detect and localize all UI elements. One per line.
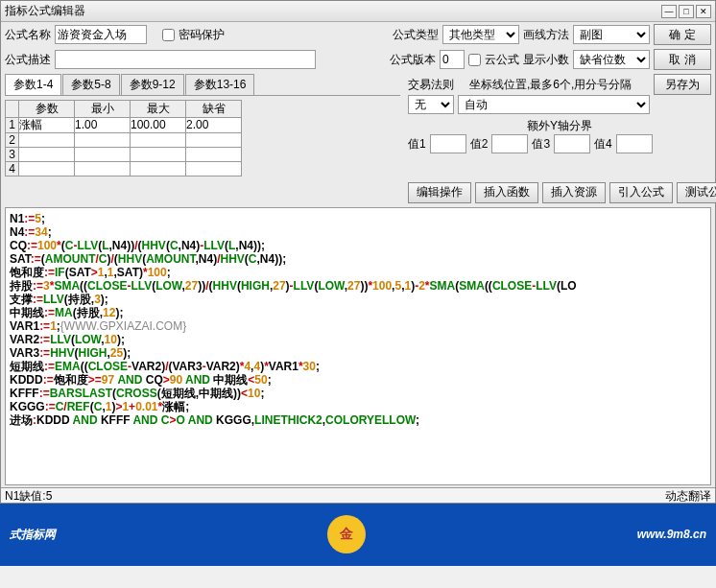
code-editor[interactable]: N1:=5;N4:=34;CQ:=100*(C-LLV(L,N4))/(HHV(… [5, 207, 711, 485]
param-header-name: 参数 [19, 101, 75, 118]
formula-name-input[interactable] [55, 25, 147, 44]
formula-version-label: 公式版本 [390, 52, 436, 68]
maximize-button[interactable]: □ [679, 5, 694, 18]
param-max-input[interactable] [131, 133, 184, 147]
show-decimals-select[interactable]: 缺省位数 [573, 50, 650, 69]
param-tabs: 参数1-4 参数5-8 参数9-12 参数13-16 [5, 74, 400, 96]
saveas-button[interactable]: 另存为 [654, 74, 711, 95]
status-left: N1缺值:5 [5, 488, 52, 503]
formula-desc-input[interactable] [55, 50, 316, 69]
insert-fn-button[interactable]: 插入函数 [475, 182, 538, 203]
param-header-min: 最小 [75, 101, 131, 118]
formula-name-label: 公式名称 [5, 27, 51, 43]
param-name-input[interactable] [19, 162, 73, 176]
param-min-input[interactable] [75, 118, 129, 131]
param-header-max: 最大 [131, 101, 186, 118]
banner-logo-icon: 金 [327, 515, 366, 553]
minimize-button[interactable]: — [661, 5, 677, 18]
param-name-input[interactable] [19, 119, 73, 132]
param-row: 2 [6, 132, 242, 147]
status-right: 动态翻译 [665, 488, 711, 503]
banner-left: 式指标网 [10, 527, 56, 543]
val3-input[interactable] [554, 134, 590, 153]
tab-params-13-16[interactable]: 参数13-16 [185, 74, 255, 95]
cloud-formula-checkbox[interactable] [468, 54, 481, 66]
tab-params-5-8[interactable]: 参数5-8 [62, 74, 119, 95]
cancel-button[interactable]: 取 消 [654, 49, 711, 70]
trade-rule-select[interactable]: 无 [408, 95, 454, 114]
statusbar: N1缺值:5 动态翻译 [1, 487, 715, 503]
val2-label: 值2 [470, 136, 489, 153]
banner-right: www.9m8.cn [637, 528, 706, 541]
param-max-input[interactable] [131, 118, 184, 131]
show-decimals-label: 显示小数 [523, 52, 569, 68]
param-row: 4 [6, 161, 242, 176]
trade-rule-label: 交易法则 [408, 77, 454, 93]
val1-label: 值1 [408, 136, 426, 153]
val2-input[interactable] [491, 134, 528, 153]
titlebar: 指标公式编辑器 — □ ✕ [1, 1, 715, 22]
param-table: 参数最小最大缺省 1 2 3 4 [5, 100, 242, 176]
test-formula-button[interactable]: 测试公式 [677, 182, 716, 203]
val1-input[interactable] [430, 134, 466, 153]
param-max-input[interactable] [131, 162, 184, 176]
ok-button[interactable]: 确 定 [654, 24, 711, 45]
param-min-input[interactable] [75, 148, 129, 161]
param-def-input[interactable] [186, 148, 240, 161]
draw-method-label: 画线方法 [523, 27, 569, 43]
window-title: 指标公式编辑器 [5, 3, 659, 19]
param-name-input[interactable] [19, 133, 73, 147]
extra-y-label: 额外Y轴分界 [527, 118, 592, 134]
formula-type-label: 公式类型 [393, 27, 439, 43]
draw-method-select[interactable]: 副图 [573, 25, 650, 44]
param-min-input[interactable] [75, 162, 129, 176]
val4-label: 值4 [594, 136, 612, 153]
param-name-input[interactable] [19, 148, 73, 161]
watermark-banner: 式指标网 金 www.9m8.cn [0, 504, 716, 566]
password-protect-label: 密码保护 [179, 27, 225, 43]
import-formula-button[interactable]: 引入公式 [609, 182, 673, 203]
tab-params-1-4[interactable]: 参数1-4 [5, 74, 61, 95]
val3-label: 值3 [532, 136, 550, 153]
param-def-input[interactable] [186, 162, 240, 176]
tab-params-9-12[interactable]: 参数9-12 [121, 74, 184, 95]
param-header-def: 缺省 [186, 101, 242, 118]
edit-op-button[interactable]: 编辑操作 [408, 182, 471, 203]
coord-mode-select[interactable]: 自动 [458, 95, 650, 114]
coord-hint-label: 坐标线位置,最多6个,用分号分隔 [469, 77, 632, 93]
formula-version-input[interactable] [440, 50, 465, 69]
param-def-input[interactable] [186, 133, 240, 147]
close-button[interactable]: ✕ [696, 5, 711, 18]
password-protect-checkbox[interactable] [162, 29, 175, 41]
param-min-input[interactable] [75, 133, 129, 147]
param-def-input[interactable] [186, 118, 240, 131]
cloud-formula-label: 云公式 [485, 52, 519, 68]
param-row: 1 [6, 118, 242, 133]
param-row: 3 [6, 147, 242, 161]
val4-input[interactable] [616, 134, 653, 153]
formula-type-select[interactable]: 其他类型 [442, 25, 519, 44]
formula-desc-label: 公式描述 [5, 52, 51, 68]
param-max-input[interactable] [131, 148, 184, 161]
insert-res-button[interactable]: 插入资源 [542, 182, 606, 203]
